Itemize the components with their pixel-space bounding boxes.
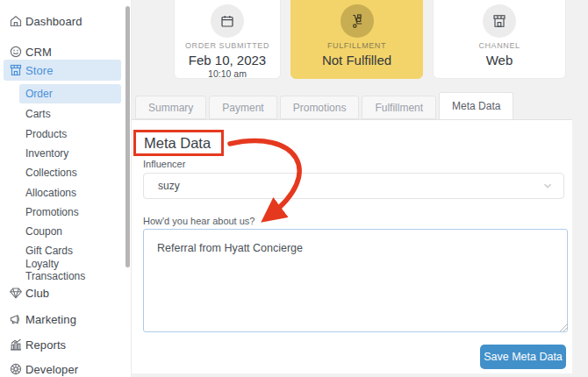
sidebar-item-dashboard[interactable]: Dashboard (0, 11, 123, 32)
sidebar-item-label: Club (25, 287, 49, 300)
card-label: FULFILLMENT (291, 41, 422, 50)
tab-label: Promotions (293, 102, 347, 114)
sidebar-subitem-label: Gift Cards (25, 245, 73, 257)
sidebar-item-label: Dashboard (25, 15, 82, 28)
influencer-select[interactable]: suzy (143, 173, 564, 199)
card-value: Web (434, 53, 565, 68)
wheel-icon (9, 362, 23, 376)
sidebar-item-label: Developer (25, 363, 78, 376)
tab-label: Meta Data (452, 100, 500, 112)
sidebar-item-label: Store (25, 64, 54, 77)
sidebar-item-reports[interactable]: Reports (0, 334, 123, 355)
sidebar-item-collections[interactable]: Collections (19, 163, 121, 182)
tab-label: Payment (222, 102, 263, 114)
sidebar-item-store[interactable]: Store (4, 60, 121, 81)
home-icon (9, 14, 23, 28)
sidebar-subitem-label: Allocations (25, 187, 76, 199)
card-value: Not Fulfilled (291, 53, 422, 68)
card-time: 10:10 am (175, 68, 280, 79)
sidebar-subitem-label: Inventory (25, 147, 68, 160)
sidebar-item-loyalty-transactions[interactable]: Loyalty Transactions (19, 260, 121, 280)
sidebar-item-label: Reports (25, 338, 66, 352)
sidebar-item-label: Marketing (25, 313, 76, 326)
order-detail-tabs: Summary Payment Promotions Fulfillment M… (135, 93, 516, 119)
sidebar-item-products[interactable]: Products (19, 124, 121, 144)
order-submitted-card: ORDER SUBMITTED Feb 10, 2023 10:10 am (174, 0, 281, 79)
sidebar-item-club[interactable]: Club (0, 282, 123, 303)
sidebar-item-inventory[interactable]: Inventory (19, 144, 121, 163)
hear-about-us-label: How'd you hear about us? (143, 216, 255, 226)
sidebar-item-coupon[interactable]: Coupon (19, 222, 121, 241)
calendar-icon (211, 4, 244, 38)
tab-promotions[interactable]: Promotions (280, 96, 360, 119)
storefront-icon (483, 4, 516, 38)
panel-heading: Meta Data (136, 135, 211, 152)
tab-label: Fulfillment (375, 102, 423, 114)
sidebar-subitem-label: Loyalty Transactions (25, 258, 121, 282)
storefront-icon (9, 63, 23, 77)
save-meta-data-button[interactable]: Save Meta Data (480, 345, 566, 369)
diamond-icon (9, 286, 23, 300)
sidebar-item-order[interactable]: Order (19, 84, 121, 103)
sidebar-item-label: CRM (25, 46, 52, 59)
sidebar-subitem-label: Carts (25, 108, 51, 120)
sidebar-subitem-label: Coupon (25, 225, 62, 238)
influencer-label: Influencer (143, 159, 185, 169)
megaphone-icon (9, 312, 23, 326)
meta-data-panel: Meta Data Influencer suzy How'd you hear… (132, 119, 572, 373)
tab-summary[interactable]: Summary (135, 96, 206, 119)
card-label: ORDER SUBMITTED (175, 41, 280, 50)
tab-label: Summary (148, 102, 193, 114)
hear-about-us-textarea[interactable]: Referral from Hyatt Concierge (143, 229, 568, 332)
card-value: Feb 10, 2023 (175, 53, 280, 68)
meta-data-heading-annotation-box: Meta Data (133, 130, 224, 156)
sidebar-subitem-label: Products (25, 128, 67, 140)
bar-chart-icon (9, 338, 23, 352)
handtruck-icon (341, 4, 374, 38)
sidebar-item-marketing[interactable]: Marketing (0, 309, 123, 330)
tab-meta-data[interactable]: Meta Data (439, 92, 513, 119)
sidebar-scrollbar[interactable] (125, 6, 130, 267)
sidebar-item-allocations[interactable]: Allocations (19, 183, 121, 203)
sidebar-subitem-label: Order (25, 88, 53, 100)
channel-card: CHANNEL Web (433, 0, 566, 79)
tab-fulfillment[interactable]: Fulfillment (362, 96, 436, 119)
tab-payment[interactable]: Payment (209, 96, 276, 119)
influencer-select-value: suzy (144, 180, 180, 192)
sidebar-item-developer[interactable]: Developer (0, 359, 123, 377)
sidebar-item-promotions[interactable]: Promotions (19, 203, 121, 222)
chevron-down-icon (541, 180, 554, 192)
sidebar-subitem-label: Collections (25, 167, 77, 179)
sidebar: Dashboard CRM Store Order Carts Products… (0, 0, 132, 377)
sidebar-item-carts[interactable]: Carts (19, 104, 121, 124)
sidebar-subitem-label: Promotions (25, 206, 79, 218)
fulfillment-card: FULFILLMENT Not Fulfilled (290, 0, 423, 79)
card-label: CHANNEL (434, 41, 565, 50)
smiley-icon (9, 45, 23, 59)
